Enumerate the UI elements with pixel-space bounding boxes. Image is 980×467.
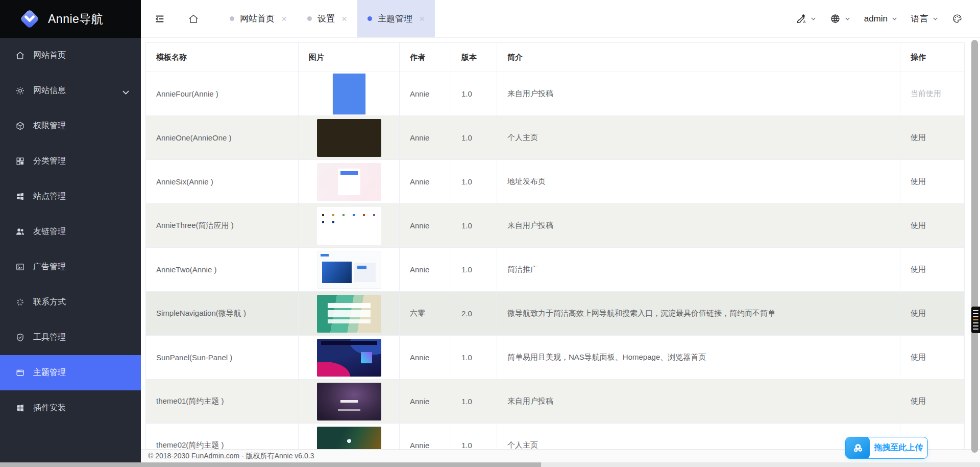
use-theme-link[interactable]: 使用 <box>911 265 926 274</box>
close-icon[interactable]: × <box>419 14 425 24</box>
template-name: AnnieFour(Annie ) <box>146 72 299 115</box>
skin-brush-icon: A <box>796 13 806 24</box>
close-icon[interactable]: × <box>281 14 287 24</box>
sidebar-item-website-home[interactable]: 网站首页 <box>0 38 141 73</box>
tab-dot <box>230 16 234 21</box>
table-row: SimpleNavigation(微导航 ) 六零 2.0 微导航致力于简洁高效… <box>146 291 964 335</box>
template-author: Annie <box>400 248 451 291</box>
theme-palette-button[interactable] <box>952 13 963 24</box>
sidebar-menu: 网站首页 网站信息 权限管理 分类管理 站点管理 友链管理 广告管理 <box>0 38 141 467</box>
tab-dot <box>307 16 312 21</box>
template-version: 2.0 <box>451 292 497 335</box>
column-header-author: 作者 <box>400 43 451 72</box>
category-grid-icon <box>15 156 25 166</box>
language-dropdown[interactable]: 语言 <box>911 13 939 25</box>
template-name: theme01(简约主题 ) <box>146 380 299 423</box>
svg-text:A: A <box>803 20 805 24</box>
sidebar-item-sites[interactable]: 站点管理 <box>0 179 141 214</box>
gem-logo-icon <box>18 8 41 30</box>
burst-icon <box>15 297 25 307</box>
template-version: 1.0 <box>451 248 497 291</box>
template-name: SimpleNavigation(微导航 ) <box>146 292 299 335</box>
cloud-upload-icon <box>846 437 870 459</box>
chevron-down-icon <box>810 15 817 22</box>
sidebar-item-friend-links[interactable]: 友链管理 <box>0 214 141 249</box>
windows-icon <box>15 403 25 413</box>
sidebar-item-ads[interactable]: 广告管理 <box>0 249 141 285</box>
use-theme-link: 当前使用 <box>911 89 941 99</box>
tab-label: 主题管理 <box>378 13 412 25</box>
template-version: 1.0 <box>451 160 497 203</box>
app-title: Annie导航 <box>48 11 103 27</box>
users-icon <box>15 227 25 237</box>
open-tabs: 网站首页 × 设置 × 主题管理 × <box>219 0 435 37</box>
template-thumbnail[interactable] <box>317 119 381 157</box>
template-name: AnnieOne(AnnieOne ) <box>146 116 299 159</box>
template-author: Annie <box>400 380 451 423</box>
home-tab-icon[interactable] <box>188 13 199 25</box>
sidebar-item-themes[interactable]: 主题管理 <box>0 355 141 390</box>
use-theme-link[interactable]: 使用 <box>911 221 926 230</box>
use-theme-link[interactable]: 使用 <box>911 353 926 362</box>
site-link-dropdown[interactable] <box>830 13 851 24</box>
user-toolbar: A admin 语言 <box>796 13 980 25</box>
template-desc: 来自用户投稿 <box>497 204 900 247</box>
sidebar-item-website-info[interactable]: 网站信息 <box>0 73 141 108</box>
chevron-down-icon <box>121 87 128 94</box>
template-thumbnail[interactable] <box>317 163 381 201</box>
template-desc: 微导航致力于简洁高效上网导航和搜索入口，沉淀最具价值链接，简约而不简单 <box>497 292 900 335</box>
table-row: theme01(简约主题 ) Annie 1.0 来自用户投稿 使用 <box>146 379 964 423</box>
template-version: 1.0 <box>451 72 497 115</box>
table-row: AnnieTwo(Annie ) Annie 1.0 简洁推广 使用 <box>146 247 964 291</box>
use-theme-link[interactable]: 使用 <box>911 133 926 143</box>
template-version: 1.0 <box>451 336 497 379</box>
sidebar-item-label: 广告管理 <box>33 262 66 272</box>
sidebar-item-label: 网站信息 <box>33 85 66 96</box>
use-theme-link[interactable]: 使用 <box>911 396 926 406</box>
template-thumbnail[interactable] <box>317 339 381 377</box>
template-desc: 简洁推广 <box>497 248 900 291</box>
globe-icon <box>830 13 841 24</box>
admin-user-dropdown[interactable]: admin <box>864 14 898 24</box>
template-desc: 来自用户投稿 <box>497 72 900 115</box>
tab-bar: 网站首页 × 设置 × 主题管理 × A <box>141 0 980 38</box>
tab-theme-management[interactable]: 主题管理 × <box>357 0 435 37</box>
template-desc: 来自用户投稿 <box>497 380 900 423</box>
horizontal-scrollbar[interactable] <box>0 462 980 467</box>
use-theme-link[interactable]: 使用 <box>911 177 926 186</box>
template-thumbnail[interactable] <box>317 207 381 245</box>
template-author: Annie <box>400 116 451 159</box>
username-label: admin <box>864 14 888 24</box>
sidebar-item-plugins[interactable]: 插件安装 <box>0 390 141 426</box>
template-thumbnail[interactable] <box>332 73 366 115</box>
table-body: AnnieFour(Annie ) Annie 1.0 来自用户投稿 当前使用 … <box>146 72 964 467</box>
column-header-desc: 简介 <box>497 43 900 72</box>
sidebar-item-contact[interactable]: 联系方式 <box>0 285 141 320</box>
skin-switcher-dropdown[interactable]: A <box>796 13 817 24</box>
drag-upload-button[interactable]: 拖拽至此上传 <box>845 437 928 459</box>
sidebar-item-label: 友链管理 <box>33 226 66 237</box>
shield-check-icon <box>15 333 25 342</box>
main-content: 网站首页 × 设置 × 主题管理 × A <box>141 0 980 467</box>
app-logo: Annie导航 <box>0 0 141 38</box>
close-icon[interactable]: × <box>341 14 347 24</box>
tab-label: 设置 <box>317 13 335 25</box>
vertical-scrollbar[interactable] <box>971 40 978 453</box>
template-version: 1.0 <box>451 116 497 159</box>
collapse-sidebar-icon[interactable] <box>154 13 165 25</box>
sidebar-item-categories[interactable]: 分类管理 <box>0 144 141 179</box>
tab-website-home[interactable]: 网站首页 × <box>219 0 297 37</box>
sidebar-item-label: 分类管理 <box>33 156 66 167</box>
template-thumbnail[interactable] <box>317 251 381 289</box>
template-thumbnail[interactable] <box>317 295 381 333</box>
tab-settings[interactable]: 设置 × <box>297 0 357 37</box>
table-row: SunPanel(Sun-Panel ) Annie 1.0 简单易用且美观，N… <box>146 335 964 379</box>
template-version: 1.0 <box>451 204 497 247</box>
table-row: AnnieSix(Annie ) Annie 1.0 地址发布页 使用 <box>146 159 964 203</box>
horizontal-scrollbar-thumb[interactable] <box>0 462 541 467</box>
side-panel-handle[interactable] <box>971 307 980 333</box>
use-theme-link[interactable]: 使用 <box>911 309 926 318</box>
template-thumbnail[interactable] <box>317 383 381 421</box>
sidebar-item-permissions[interactable]: 权限管理 <box>0 108 141 144</box>
sidebar-item-tools[interactable]: 工具管理 <box>0 320 141 355</box>
